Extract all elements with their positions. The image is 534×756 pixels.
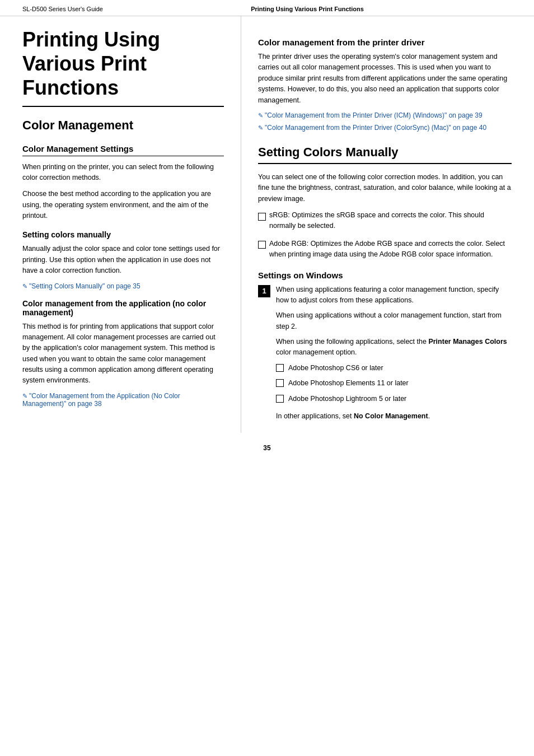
step-1-block: 1 When using applications featuring a co… xyxy=(258,284,512,427)
setting-colors-manually-title: Setting colors manually xyxy=(22,230,224,239)
step1-para4-start: In other applications, set xyxy=(276,412,354,420)
settings-on-windows-title: Settings on Windows xyxy=(258,270,512,280)
page-number: 35 xyxy=(0,433,534,458)
setting-colors-manually-section: Setting Colors Manually You can select o… xyxy=(258,145,512,260)
app-bullets: Adobe Photoshop CS6 or later Adobe Photo… xyxy=(276,363,512,404)
header-center: Printing Using Various Print Functions xyxy=(103,6,512,12)
srgb-text: sRGB: Optimizes the sRGB space and corre… xyxy=(269,210,512,232)
step1-para3-end: color management option. xyxy=(276,348,357,356)
subsection-color-mgmt-settings: Color Management Settings xyxy=(22,144,224,156)
color-mgmt-app-para1: This method is for printing from applica… xyxy=(22,321,224,386)
app-bullet-3: Adobe Photoshop Lightroom 5 or later xyxy=(276,394,512,404)
bullet-srgb: sRGB: Optimizes the sRGB space and corre… xyxy=(258,210,512,232)
app-bullet-2: Adobe Photoshop Elements 11 or later xyxy=(276,378,512,389)
step1-bold-text2: No Color Management xyxy=(354,412,428,420)
app-bullet-1: Adobe Photoshop CS6 or later xyxy=(276,363,512,374)
page-content: Printing Using Various Print Functions C… xyxy=(0,16,534,433)
checkbox-ps-lightroom xyxy=(276,395,284,403)
step1-para4-end: . xyxy=(428,412,430,420)
link-color-mgmt-driver-colorsync[interactable]: "Color Management from the Printer Drive… xyxy=(258,124,512,132)
checkbox-srgb xyxy=(258,213,266,221)
chapter-title: Printing Using Various Print Functions xyxy=(22,27,224,107)
checkbox-ps-elements xyxy=(276,379,284,387)
link-color-mgmt-driver-icm[interactable]: "Color Management from the Printer Drive… xyxy=(258,111,512,119)
section-title-color-management: Color Management xyxy=(22,118,224,133)
setting-colors-manually-right-title: Setting Colors Manually xyxy=(258,145,512,164)
color-mgmt-driver-title: Color management from the printer driver xyxy=(258,38,512,47)
adobe-rgb-text: Adobe RGB: Optimizes the Adobe RGB space… xyxy=(269,239,512,260)
color-mgmt-para2: Choose the best method according to the … xyxy=(22,189,224,221)
left-column: Printing Using Various Print Functions C… xyxy=(22,16,224,433)
setting-colors-manually-right-para1: You can select one of the following colo… xyxy=(258,172,512,204)
step1-para1: When using applications featuring a colo… xyxy=(276,284,512,306)
color-mgmt-para1: When printing on the printer, you can se… xyxy=(22,162,224,184)
step-1-content: When using applications featuring a colo… xyxy=(276,284,512,427)
app-bullet-2-text: Adobe Photoshop Elements 11 or later xyxy=(288,378,409,389)
color-mode-bullets: sRGB: Optimizes the sRGB space and corre… xyxy=(258,210,512,260)
page-header: SL-D500 Series User's Guide Printing Usi… xyxy=(0,0,534,16)
color-mgmt-app-title: Color management from the application (n… xyxy=(22,299,224,317)
step1-para3: When using the following applications, s… xyxy=(276,337,512,358)
right-column: Color management from the printer driver… xyxy=(241,16,512,433)
checkbox-ps-cs6 xyxy=(276,364,284,372)
checkbox-adobe-rgb xyxy=(258,241,266,249)
step1-para4: In other applications, set No Color Mana… xyxy=(276,411,512,422)
step1-bold-text: Printer Manages Colors xyxy=(428,338,507,346)
step1-para2: When using applications without a color … xyxy=(276,310,512,332)
step1-para3-start: When using the following applications, s… xyxy=(276,338,427,346)
app-bullet-1-text: Adobe Photoshop CS6 or later xyxy=(288,363,383,374)
bullet-adobe-rgb: Adobe RGB: Optimizes the Adobe RGB space… xyxy=(258,239,512,260)
setting-colors-manually-para: Manually adjust the color space and colo… xyxy=(22,244,224,276)
header-left: SL-D500 Series User's Guide xyxy=(22,6,103,12)
link-setting-colors-manually[interactable]: "Setting Colors Manually" on page 35 xyxy=(22,282,224,290)
step-1-number: 1 xyxy=(258,285,270,297)
link-color-mgmt-app[interactable]: "Color Management from the Application (… xyxy=(22,392,224,408)
color-mgmt-driver-para1: The printer driver uses the operating sy… xyxy=(258,52,512,106)
app-bullet-3-text: Adobe Photoshop Lightroom 5 or later xyxy=(288,394,406,404)
